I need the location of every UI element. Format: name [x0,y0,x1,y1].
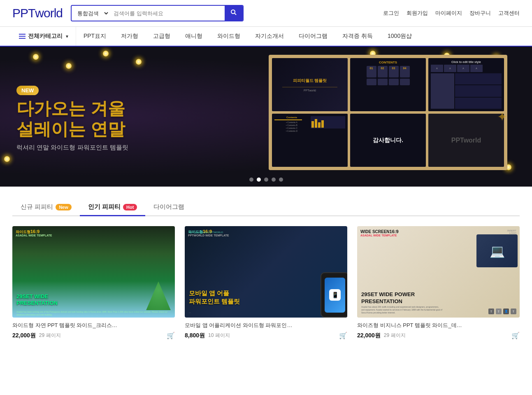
preview-cell-6: PPTworld [428,114,504,167]
search-input[interactable] [109,7,225,20]
banner-carousel-dots [249,178,283,182]
preview-frame: 피피티월드 템플릿 PPTworld CONTENTS 01 [269,55,507,170]
logo-ppt: PPT [12,6,35,20]
support-link[interactable]: 고객센터 [498,9,520,17]
dot-2[interactable] [257,178,261,182]
tab-diagram[interactable]: 다이어그램 [145,199,193,216]
new-badge: NEW [16,86,39,95]
new-badge: New [56,204,72,210]
dot-4[interactable] [272,178,276,182]
search-button[interactable] [225,6,243,21]
login-link[interactable]: 로그인 [383,9,399,17]
product-title-2: 모바일 앱 어플리케이션 와이드형 파워포인… [185,322,347,329]
nav-budget[interactable]: 저가형 [114,27,146,46]
header-navigation: 로그인 회원가입 마이페이지 장바구니 고객센터 [383,9,520,17]
nav-certification[interactable]: 자격증 취득 [335,27,380,46]
cart-icon-1[interactable]: 🛒 [167,332,175,339]
product-tabs-section: 신규 피피티 New 인기 피피티 Hot 다이어그램 [0,187,532,216]
product-card-2[interactable]: 와이드형16:9 PPTWORLD WIDE TEMPLATE No.1 pre… [185,226,347,339]
product-pages-2: 10 페이지 [208,332,230,339]
header: PPTworld 통합검색 로그인 회원가입 마이페이지 장바구니 고객센터 [0,0,532,27]
search-bar: 통합검색 [71,5,244,21]
product-price-2: 8,800원 [185,332,205,339]
hero-banner: NEW 다가오는 겨울 설레이는 연말 럭셔리 연말 와이드형 파워포인트 템플… [0,47,532,187]
product-thumb-2: 와이드형16:9 PPTWORLD WIDE TEMPLATE No.1 pre… [185,226,347,318]
star-decoration: ✦ [497,110,507,124]
product-card-3[interactable]: WIDE SCREEN16:9 ASADAL WIDE TEMPLATE INS… [357,226,520,339]
nav-animated[interactable]: 애니형 [178,27,210,46]
search-type-select[interactable]: 통합검색 [72,7,109,20]
product-price-wrap-3: 22,000원 29 페이지 [357,332,406,339]
category-label: 전체카테고리 [28,33,63,40]
cart-icon-3[interactable]: 🛒 [511,332,520,339]
hot-badge: Hot [123,204,137,210]
product-price-3: 22,000원 [357,332,381,339]
product-price-wrap-2: 8,800원 10 페이지 [185,332,230,339]
logo-world: world [35,6,63,20]
product-grid: 와이드형16:9 ASADAL WIDE TEMPLATE 29SET WIDE… [0,226,532,356]
category-menu-button[interactable]: 전체카테고리 ▼ [12,27,76,46]
preview-cell-3: Click to edit title style A A A A [428,58,504,111]
category-chevron-icon: ▼ [65,34,69,39]
banner-text: NEW 다가오는 겨울 설레이는 연말 럭셔리 연말 와이드형 파워포인트 템플… [16,82,269,152]
nav-widescreen[interactable]: 와이드형 [210,27,248,46]
product-meta-3: 22,000원 29 페이지 🛒 [357,332,520,339]
cart-icon-2[interactable]: 🛒 [339,332,347,339]
svg-point-0 [231,10,235,14]
tab-new-ppt[interactable]: 신규 피피티 New [12,199,80,216]
banner-title: 다가오는 겨울 설레이는 연말 [16,98,269,140]
preview-cell-1: 피피티월드 템플릿 PPTworld [272,58,348,111]
svg-line-1 [235,13,236,15]
product-meta-2: 8,800원 10 페이지 🛒 [185,332,347,339]
nav-self-intro[interactable]: 자기소개서 [248,27,291,46]
tabs-header: 신규 피피티 New 인기 피피티 Hot 다이어그램 [12,199,520,216]
product-price-wrap-1: 22,000원 29 페이지 [12,332,61,339]
product-title-3: 와이즈형 비지니스 PPT 템플릿 와이드_데… [357,322,520,329]
site-logo[interactable]: PPTworld [12,6,63,20]
dot-5[interactable] [279,178,283,182]
banner-subtitle: 럭셔리 연말 와이드형 파워포인트 템플릿 [16,144,269,152]
preview-cell-5: 감사합니다. [350,114,426,167]
cart-link[interactable]: 장바구니 [469,9,491,17]
dot-1[interactable] [249,178,253,182]
dot-3[interactable] [264,178,268,182]
mypage-link[interactable]: 마이페이지 [435,9,462,17]
product-card-1[interactable]: 와이드형16:9 ASADAL WIDE TEMPLATE 29SET WIDE… [12,226,175,339]
nav-diagram[interactable]: 다이어그램 [291,27,335,46]
product-thumb-3: WIDE SCREEN16:9 ASADAL WIDE TEMPLATE INS… [357,226,520,318]
tab-popular-ppt[interactable]: 인기 피피티 Hot [80,199,146,216]
product-thumb-1: 와이드형16:9 ASADAL WIDE TEMPLATE 29SET WIDE… [12,226,175,318]
product-price-1: 22,000원 [12,332,36,339]
product-meta-1: 22,000원 29 페이지 🛒 [12,332,175,339]
nav-shop1000[interactable]: 1000원샵 [380,27,419,46]
banner-preview[interactable]: 피피티월드 템플릿 PPTworld CONTENTS 01 [269,55,516,178]
product-pages-1: 29 페이지 [39,332,61,339]
preview-cell-2: CONTENTS 01 02 03 [350,58,426,111]
product-pages-3: 29 페이지 [384,332,406,339]
signup-link[interactable]: 회원가입 [407,9,428,17]
product-title-1: 와이드형 자연 PPT 템플릿 와이드_크리스… [12,322,175,329]
nav-premium[interactable]: 고급형 [146,27,178,46]
preview-cell-4: Contents • Contents A• Contents B• Conte… [272,114,348,167]
main-navigation: 전체카테고리 ▼ PPT표지 저가형 고급형 애니형 와이드형 자기소개서 다이… [0,27,532,47]
nav-ppt-cover[interactable]: PPT표지 [76,27,114,46]
banner-content: NEW 다가오는 겨울 설레이는 연말 럭셔리 연말 와이드형 파워포인트 템플… [0,47,532,187]
hamburger-icon [19,34,26,39]
